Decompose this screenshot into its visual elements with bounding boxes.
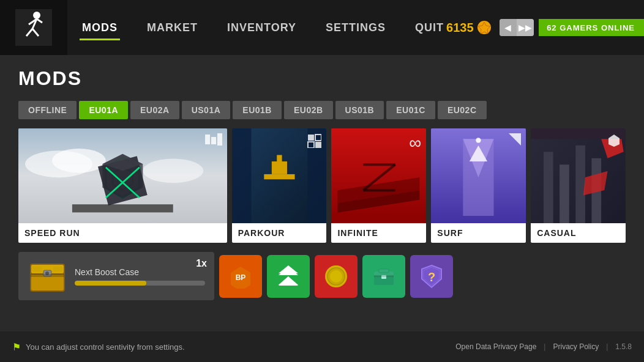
infinite-image: ∞ bbox=[331, 128, 426, 223]
card-infinite[interactable]: ∞ INFINITE bbox=[331, 128, 426, 243]
speedrun-badge bbox=[205, 133, 222, 149]
nav-quit[interactable]: QUIT bbox=[413, 17, 446, 39]
nav-inventory[interactable]: INVENTORY bbox=[225, 17, 299, 39]
svg-point-1 bbox=[33, 12, 40, 19]
nav-market[interactable]: MARKET bbox=[144, 17, 200, 39]
card-surf[interactable]: SURF bbox=[431, 128, 526, 243]
tab-us01b[interactable]: US01B bbox=[335, 101, 384, 119]
header-right: 6135 ◀ ▶▶ bbox=[446, 19, 539, 36]
game-mode-cards: SPEED RUN bbox=[18, 128, 626, 243]
tab-eu02b[interactable]: EU02B bbox=[284, 101, 333, 119]
footer-tip: ⚑ You can adjust control sentivity from … bbox=[12, 341, 185, 353]
svg-text:?: ? bbox=[428, 270, 435, 284]
bottom-area: Next Boost Case 1x BP bbox=[18, 252, 626, 300]
svg-rect-78 bbox=[374, 275, 394, 277]
speedrun-image bbox=[18, 128, 227, 223]
currency-icon bbox=[477, 21, 491, 34]
nav-mods[interactable]: MODS bbox=[80, 17, 120, 39]
tip-icon: ⚑ bbox=[12, 341, 21, 353]
svg-point-73 bbox=[330, 270, 342, 283]
quest-icon[interactable]: ? bbox=[410, 255, 453, 298]
parkour-badge bbox=[307, 133, 321, 151]
parkour-label: PARKOUR bbox=[232, 223, 327, 243]
boost-count: 1x bbox=[196, 258, 207, 269]
tab-eu01a[interactable]: EU01A bbox=[79, 101, 128, 119]
tab-eu01c[interactable]: EU01C bbox=[386, 101, 435, 119]
tab-eu02c[interactable]: EU02C bbox=[438, 101, 487, 119]
svg-point-11 bbox=[143, 158, 203, 183]
svg-point-10 bbox=[52, 149, 106, 173]
svg-rect-32 bbox=[315, 142, 321, 148]
svg-rect-20 bbox=[205, 135, 210, 144]
svg-rect-76 bbox=[379, 269, 389, 273]
svg-rect-21 bbox=[211, 137, 216, 144]
card-speedrun[interactable]: SPEED RUN bbox=[18, 128, 227, 243]
header: MODS MARKET INVENTORY SETTINGS QUIT 6135… bbox=[0, 0, 644, 55]
nav-settings[interactable]: SETTINGS bbox=[323, 17, 388, 39]
speedrun-label: SPEED RUN bbox=[18, 223, 227, 243]
infinite-label: INFINITE bbox=[331, 223, 426, 243]
svg-point-43 bbox=[476, 138, 481, 142]
casual-image bbox=[531, 128, 626, 223]
tab-us01a[interactable]: US01A bbox=[182, 101, 231, 119]
svg-marker-70 bbox=[279, 278, 298, 286]
surf-badge bbox=[509, 133, 521, 149]
logo-icon bbox=[15, 9, 52, 46]
bp-icon[interactable]: BP bbox=[219, 255, 262, 298]
tab-offline[interactable]: OFFLINE bbox=[18, 101, 77, 119]
separator-2: | bbox=[606, 342, 608, 351]
section-title: MODS bbox=[18, 67, 626, 90]
svg-rect-62 bbox=[53, 267, 62, 272]
main-content: MODS OFFLINE EU01A EU02A US01A EU01B EU0… bbox=[0, 55, 644, 312]
boost-progress-fill bbox=[75, 281, 146, 286]
double-arrow-icon[interactable] bbox=[267, 255, 310, 298]
tip-text: You can adjust control sentivity from se… bbox=[26, 342, 185, 352]
boost-progress-bar bbox=[75, 281, 205, 286]
svg-rect-22 bbox=[217, 133, 222, 146]
svg-rect-28 bbox=[277, 155, 282, 161]
boost-chest-icon bbox=[28, 259, 67, 293]
server-tabs: OFFLINE EU01A EU02A US01A EU01B EU02B US… bbox=[18, 101, 626, 119]
svg-marker-69 bbox=[279, 265, 298, 273]
header-top: MODS MARKET INVENTORY SETTINGS QUIT 6135… bbox=[0, 9, 539, 46]
case-icon[interactable] bbox=[362, 255, 405, 298]
svg-marker-53 bbox=[608, 135, 620, 147]
online-count: 62 GAMERS ONLINE bbox=[547, 23, 635, 32]
svg-rect-48 bbox=[575, 146, 585, 223]
surf-label: SURF bbox=[431, 223, 526, 243]
policy-link[interactable]: Privacy Policy bbox=[553, 342, 599, 351]
casual-label: CASUAL bbox=[531, 223, 626, 243]
casual-badge bbox=[607, 133, 621, 150]
svg-marker-44 bbox=[509, 133, 521, 146]
logo-area bbox=[0, 0, 67, 55]
card-parkour[interactable]: PARKOUR bbox=[232, 128, 327, 243]
boost-label: Next Boost Case bbox=[75, 267, 205, 277]
tab-eu01b[interactable]: EU01B bbox=[233, 101, 282, 119]
separator-1: | bbox=[544, 342, 545, 351]
version-number: 1.5.8 bbox=[615, 342, 632, 351]
svg-rect-27 bbox=[272, 161, 287, 174]
coin-icon[interactable] bbox=[315, 255, 358, 298]
svg-rect-30 bbox=[315, 135, 321, 141]
arrow-left-btn[interactable]: ◀ bbox=[500, 19, 517, 36]
svg-rect-24 bbox=[232, 128, 251, 223]
footer-right: Open Data Privacy Page | Privacy Policy … bbox=[455, 342, 632, 351]
boost-case: Next Boost Case 1x bbox=[18, 252, 214, 300]
svg-rect-31 bbox=[308, 142, 314, 148]
privacy-link[interactable]: Open Data Privacy Page bbox=[455, 342, 536, 351]
navigation: MODS MARKET INVENTORY SETTINGS QUIT bbox=[67, 9, 446, 46]
boost-info: Next Boost Case bbox=[75, 267, 205, 286]
svg-rect-12 bbox=[72, 204, 173, 212]
surf-image bbox=[431, 128, 526, 223]
svg-rect-60 bbox=[31, 274, 64, 277]
svg-text:BP: BP bbox=[236, 273, 246, 282]
infinite-badge: ∞ bbox=[409, 133, 421, 153]
tab-eu02a[interactable]: EU02A bbox=[130, 101, 179, 119]
parkour-image bbox=[232, 128, 327, 223]
arrow-buttons: ◀ ▶▶ bbox=[500, 19, 534, 36]
card-casual[interactable]: CASUAL bbox=[531, 128, 626, 243]
svg-rect-47 bbox=[560, 164, 569, 223]
online-bar: 62 GAMERS ONLINE bbox=[539, 19, 644, 36]
svg-rect-26 bbox=[264, 174, 294, 179]
arrow-right-btn[interactable]: ▶▶ bbox=[517, 19, 534, 36]
